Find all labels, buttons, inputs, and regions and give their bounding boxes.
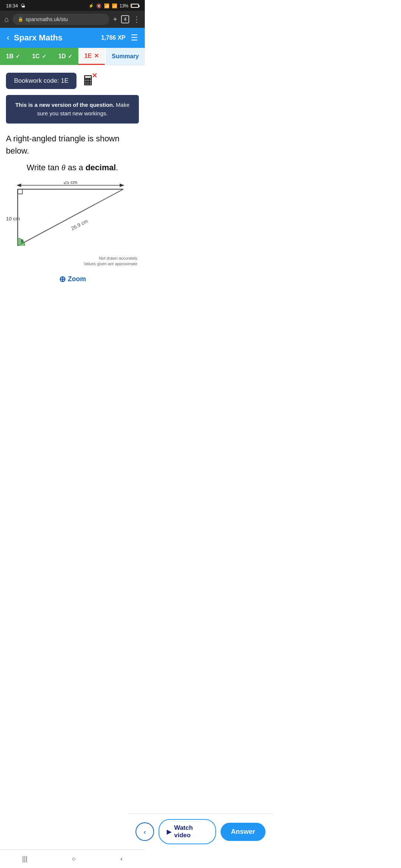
note-line2: Values given are approximate: [6, 261, 137, 267]
browser-bar: ⌂ 🔒 sparxmaths.uk/stu + 4 ⋮: [0, 11, 145, 28]
tab-summary[interactable]: Summary: [106, 48, 145, 65]
bluetooth-icon: ⚡: [88, 3, 94, 9]
tab-bar: 1B ✓ 1C ✓ 1D ✓ 1E ✕ Summary: [0, 48, 145, 65]
main-content: Bookwork code: 1E 🖩 ✕ This is a new vers…: [0, 65, 145, 347]
svg-text:26.9 cm: 26.9 cm: [70, 218, 89, 231]
tab-1b[interactable]: 1B ✓: [0, 48, 26, 65]
question-theta: θ: [62, 163, 66, 172]
battery-icon: [131, 4, 139, 8]
menu-icon[interactable]: ☰: [131, 33, 138, 43]
tab-1c-label: 1C: [32, 53, 39, 60]
tab-1e-x: ✕: [94, 52, 99, 59]
tab-1d[interactable]: 1D ✓: [52, 48, 78, 65]
zoom-icon: ⊕: [59, 274, 66, 284]
tab-1e-label: 1E: [84, 53, 92, 59]
tab-1b-check: ✓: [16, 53, 20, 59]
url-text: sparxmaths.uk/stu: [26, 16, 68, 22]
signal-icon: 📶: [112, 3, 117, 9]
status-bar: 18:34 🌤 ⚡ 🔇 📶 📶 13%: [0, 0, 145, 11]
back-button[interactable]: ‹: [7, 33, 9, 43]
diagram: 25 cm 10 cm 26.9 cm θ: [6, 181, 139, 267]
tab-1d-label: 1D: [58, 53, 66, 60]
tab-summary-label: Summary: [112, 53, 139, 60]
question-decimal: decimal: [85, 163, 116, 172]
svg-line-5: [18, 189, 123, 246]
bookwork-badge: Bookwork code: 1E: [6, 73, 76, 89]
question-write: Write tan: [27, 163, 62, 172]
weather-icon: 🌤: [20, 3, 25, 9]
zoom-label: Zoom: [68, 275, 86, 283]
url-bar[interactable]: 🔒 sparxmaths.uk/stu: [13, 14, 109, 25]
tab-1c-check: ✓: [42, 53, 46, 59]
lock-icon: 🔒: [18, 17, 23, 22]
question-line2: Write tan θ as a decimal.: [6, 163, 139, 172]
calculator-x-icon: ✕: [92, 72, 97, 80]
xp-display: 1,786 XP: [101, 34, 125, 41]
tab-1c[interactable]: 1C ✓: [26, 48, 52, 65]
home-icon[interactable]: ⌂: [4, 15, 9, 24]
tab-1e[interactable]: 1E ✕: [78, 48, 105, 65]
wifi-icon: 📶: [104, 3, 110, 9]
tab-1b-label: 1B: [6, 53, 13, 60]
app-title: Sparx Maths: [14, 33, 62, 43]
question-end: .: [116, 163, 118, 172]
zoom-button[interactable]: ⊕ Zoom: [6, 274, 139, 284]
svg-text:θ: θ: [21, 239, 23, 244]
note-line1: Not drawn accurately: [6, 256, 137, 261]
svg-text:10 cm: 10 cm: [6, 216, 20, 221]
notice-banner: This is a new version of the question. M…: [6, 95, 139, 124]
question-line1: A right-angled triangle is shown below.: [6, 132, 139, 157]
calculator-container: 🖩 ✕: [82, 73, 95, 89]
tab-1d-check: ✓: [68, 53, 72, 59]
battery-text: 13%: [120, 3, 128, 9]
app-header: ‹ Sparx Maths 1,786 XP ☰: [0, 28, 145, 48]
more-options-icon[interactable]: ⋮: [133, 15, 140, 24]
diagram-note: Not drawn accurately Values given are ap…: [6, 256, 139, 267]
triangle-svg: 25 cm 10 cm 26.9 cm θ: [6, 181, 139, 256]
svg-text:25 cm: 25 cm: [63, 181, 77, 185]
mute-icon: 🔇: [96, 3, 102, 9]
question-as-a: as a: [65, 163, 85, 172]
svg-rect-2: [18, 189, 23, 194]
time: 18:34: [6, 3, 18, 9]
browser-actions: + 4 ⋮: [113, 15, 140, 24]
notice-bold: This is a new version of the question.: [15, 102, 114, 108]
new-tab-icon[interactable]: +: [113, 15, 117, 24]
tab-count[interactable]: 4: [121, 15, 129, 23]
bookwork-row: Bookwork code: 1E 🖩 ✕: [6, 73, 139, 89]
